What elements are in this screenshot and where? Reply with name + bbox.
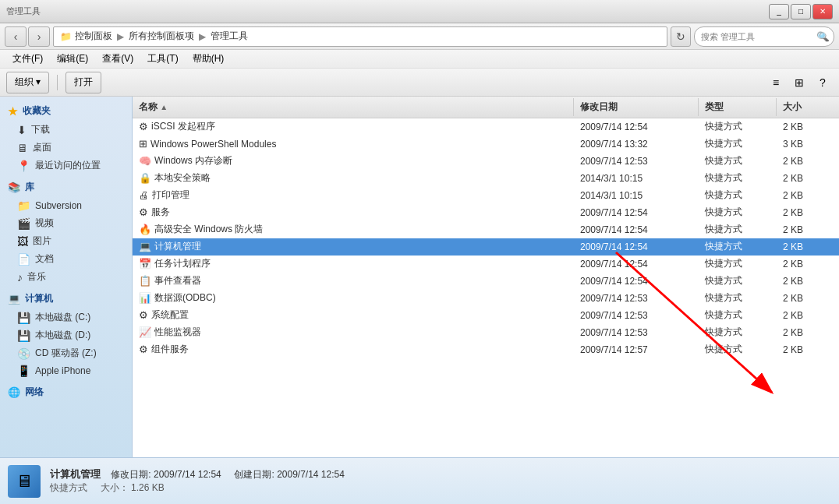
table-row[interactable]: 📋 事件查看器 2009/7/14 12:54 快捷方式 2 KB [133,273,839,290]
menu-view[interactable]: 查看(V) [96,51,140,67]
cell-name: 🔒 本地安全策略 [133,171,574,185]
cell-type: 快捷方式 [699,274,777,287]
back-button[interactable]: ‹ [5,26,27,47]
forward-button[interactable]: › [28,26,50,47]
cell-date: 2009/7/14 12:53 [574,156,699,167]
status-type: 快捷方式 [50,482,87,493]
table-row[interactable]: ⊞ Windows PowerShell Modules 2009/7/14 1… [133,136,839,153]
sidebar-item-drive-z[interactable]: 💿 CD 驱动器 (Z:) [0,344,132,362]
documents-icon: 📄 [17,253,30,266]
sidebar-network-header[interactable]: 🌐 网络 [0,382,132,402]
menu-help[interactable]: 帮助(H) [186,51,231,67]
table-row[interactable]: 📅 任务计划程序 2009/7/14 12:54 快捷方式 2 KB [133,256,839,273]
cell-date: 2009/7/14 12:53 [574,327,699,338]
table-row[interactable]: ⚙ 组件服务 2009/7/14 12:57 快捷方式 2 KB [133,341,839,358]
sidebar-item-subversion[interactable]: 📁 Subversion [0,197,132,214]
col-header-size[interactable]: 大小 [777,98,839,116]
file-icon: 📈 [139,326,151,338]
table-row[interactable]: 🧠 Windows 内存诊断 2009/7/14 12:53 快捷方式 2 KB [133,153,839,170]
table-row[interactable]: 🔥 高级安全 Windows 防火墙 2009/7/14 12:54 快捷方式 … [133,221,839,238]
sort-arrow: ▲ [160,103,168,111]
file-name: 服务 [151,206,170,219]
table-row[interactable]: 🔒 本地安全策略 2014/3/1 10:15 快捷方式 2 KB [133,170,839,187]
menu-edit[interactable]: 编辑(E) [51,51,94,67]
cell-name: ⚙ 组件服务 [133,343,574,356]
cell-date: 2014/3/1 10:15 [574,190,699,201]
file-name: 数据源(ODBC) [154,291,216,305]
search-input[interactable] [694,26,834,47]
address-part-3: 管理工具 [211,30,248,43]
sidebar-library-header[interactable]: 📚 库 [0,178,132,197]
table-row[interactable]: 🖨 打印管理 2014/3/1 10:15 快捷方式 2 KB [133,187,839,204]
sidebar-item-recent[interactable]: 📍 最近访问的位置 [0,157,132,174]
sidebar-item-downloads[interactable]: ⬇ 下载 [0,121,132,139]
col-header-date[interactable]: 修改日期 [574,98,699,116]
statusbar: 🖥 计算机管理 修改日期: 2009/7/14 12:54 创建日期: 2009… [0,457,839,504]
col-header-type[interactable]: 类型 [699,98,777,116]
cell-size: 2 KB [777,344,839,355]
close-button[interactable]: ✕ [812,4,833,19]
downloads-label: 下载 [31,123,50,136]
organize-button[interactable]: 组织 ▾ [6,72,49,93]
file-icon: 📋 [139,275,151,287]
address-path[interactable]: 📁 控制面板 ▶ 所有控制面板项 ▶ 管理工具 [53,26,667,47]
sidebar-computer-header[interactable]: 💻 计算机 [0,289,132,308]
sidebar-item-iphone[interactable]: 📱 Apple iPhone [0,362,132,379]
file-name: 系统配置 [151,308,189,322]
recent-icon: 📍 [17,160,30,172]
cell-type: 快捷方式 [699,257,777,270]
cell-type: 快捷方式 [699,223,777,236]
network-label: 网络 [25,386,44,399]
view-icons-button[interactable]: ⊞ [789,73,809,92]
cell-date: 2009/7/14 12:57 [574,344,699,355]
cell-name: ⊞ Windows PowerShell Modules [133,138,574,150]
view-help-button[interactable]: ? [812,73,833,92]
table-row[interactable]: ⚙ 系统配置 2009/7/14 12:53 快捷方式 2 KB [133,307,839,324]
cell-size: 2 KB [777,156,839,167]
table-row[interactable]: ⚙ 服务 2009/7/14 12:54 快捷方式 2 KB [133,204,839,221]
cell-size: 2 KB [777,122,839,132]
cell-date: 2009/7/14 12:53 [574,310,699,321]
file-icon: 🖨 [139,189,149,201]
sidebar-item-drive-d[interactable]: 💾 本地磁盘 (D:) [0,326,132,344]
refresh-button[interactable]: ↻ [671,26,691,47]
cell-name: 🖨 打印管理 [133,189,574,202]
cell-size: 2 KB [777,241,839,252]
download-icon: ⬇ [17,124,27,136]
menu-file[interactable]: 文件(F) [6,51,49,67]
menu-tools[interactable]: 工具(T) [141,51,184,67]
sidebar-item-drive-c[interactable]: 💾 本地磁盘 (C:) [0,308,132,326]
file-pane: 名称 ▲ 修改日期 类型 大小 ⚙ iSCSI 发起程序 2009/7/14 1… [133,97,839,457]
table-row[interactable]: 📈 性能监视器 2009/7/14 12:53 快捷方式 2 KB [133,324,839,341]
table-row[interactable]: 📊 数据源(ODBC) 2009/7/14 12:53 快捷方式 2 KB [133,290,839,307]
open-button[interactable]: 打开 [65,72,101,93]
col-header-name[interactable]: 名称 ▲ [133,98,574,116]
restore-button[interactable]: □ [791,4,811,19]
open-label: 打开 [74,76,93,89]
cell-type: 快捷方式 [699,120,777,133]
sidebar-item-desktop[interactable]: 🖥 桌面 [0,139,132,157]
file-name: 打印管理 [152,189,189,202]
organize-label: 组织 ▾ [15,76,41,89]
table-row[interactable]: 💻 计算机管理 2009/7/14 12:54 快捷方式 2 KB [133,238,839,256]
cell-size: 2 KB [777,207,839,218]
sidebar-item-video[interactable]: 🎬 视频 [0,214,132,232]
drive-z-label: CD 驱动器 (Z:) [35,347,97,360]
file-icon: 🔥 [139,224,151,235]
desktop-icon: 🖥 [17,142,28,154]
view-details-button[interactable]: ≡ [766,73,786,92]
status-icon-glyph: 🖥 [16,471,33,492]
cell-date: 2014/3/1 10:15 [574,173,699,184]
recent-label: 最近访问的位置 [35,159,101,172]
table-row[interactable]: ⚙ iSCSI 发起程序 2009/7/14 12:54 快捷方式 2 KB [133,118,839,136]
sidebar-item-pictures[interactable]: 🖼 图片 [0,232,132,250]
sidebar-item-music[interactable]: ♪ 音乐 [0,268,132,286]
status-text: 计算机管理 修改日期: 2009/7/14 12:54 创建日期: 2009/7… [50,467,345,495]
favorites-label: 收藏夹 [23,104,51,118]
sidebar-item-documents[interactable]: 📄 文档 [0,250,132,268]
drive-c-label: 本地磁盘 (C:) [35,311,90,324]
minimize-button[interactable]: _ [769,4,789,19]
sidebar-favorites-header[interactable]: ★ 收藏夹 [0,101,132,121]
file-name: 高级安全 Windows 防火墙 [154,223,263,236]
cell-date: 2009/7/14 12:54 [574,241,699,252]
